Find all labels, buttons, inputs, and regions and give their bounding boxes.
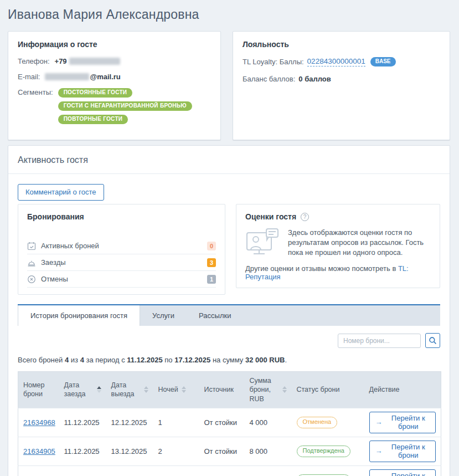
- tab[interactable]: История бронирования гостя: [18, 305, 140, 326]
- table-header-row: Номер брони Дата заезда: [18, 372, 441, 408]
- checkin-date-cell: 11.12.2025: [59, 437, 106, 465]
- tab[interactable]: Услуги: [140, 305, 187, 326]
- guest-info-title: Информация о госте: [18, 40, 211, 49]
- ratings-body: Здесь отображаются оценки гостя по резул…: [245, 228, 431, 259]
- guest-ratings-card: Оценки гостя ?: [236, 204, 440, 288]
- amount-cell: 12 000: [245, 465, 292, 476]
- phone-row: Телефон: +79: [18, 57, 211, 65]
- loyalty-points-row: TL Loyalty: Баллы: 02284300000001 BASE: [243, 57, 440, 66]
- status-badge: Подтверждена: [297, 446, 350, 457]
- phone-value: +79: [55, 57, 120, 65]
- stat-value-badge: 0: [207, 242, 216, 250]
- status-badge: Отменена: [297, 417, 338, 428]
- ratings-title-row: Оценки гостя ?: [245, 212, 431, 221]
- loyalty-program-label: TL Loyalty: Баллы:: [243, 58, 304, 66]
- segment-badge: ПОВТОРНЫЕ ГОСТИ: [58, 115, 128, 124]
- booking-search-row: [18, 333, 440, 348]
- booking-history-table: Номер брони Дата заезда: [18, 371, 441, 476]
- column-header: Номер брони: [18, 372, 59, 408]
- open-booking-button[interactable]: → Перейти к брони: [369, 412, 436, 433]
- amount-cell: 8 000: [245, 437, 292, 465]
- top-cards-row: Информация о госте Телефон: +79 E-mail: …: [8, 31, 450, 140]
- checkout-date-cell: 16.12.2025: [106, 465, 153, 476]
- source-cell: От стойки: [199, 437, 245, 465]
- column-header[interactable]: Ночей: [153, 372, 199, 408]
- sort-icon: [282, 386, 287, 393]
- stat-value-badge: 1: [207, 275, 216, 284]
- segment-list: ПОСТОЯННЫЕ ГОСТИ ГОСТИ С НЕГАРАНТИРОВАНН…: [58, 88, 192, 124]
- stats-row: Бронирования Активных броней 0 Заезды: [8, 204, 450, 295]
- guest-profile-page: Иванова Мария Александровна Информация о…: [0, 0, 459, 476]
- loyalty-card: Лояльность TL Loyalty: Баллы: 0228430000…: [233, 31, 450, 140]
- stat-value-badge: 3: [207, 258, 216, 267]
- page-title: Иванова Мария Александровна: [8, 0, 450, 31]
- booking-search-input[interactable]: [338, 334, 421, 348]
- nights-cell: 2: [153, 437, 199, 465]
- email-redacted-block: [45, 73, 89, 80]
- column-header[interactable]: Дата выезда: [106, 372, 153, 408]
- bell-icon: [27, 258, 36, 267]
- column-header: Статус брони: [292, 372, 364, 408]
- column-header[interactable]: Дата заезда: [59, 372, 106, 408]
- checkout-date-cell: 13.12.2025: [106, 437, 153, 465]
- arrow-right-icon: →: [375, 447, 383, 455]
- amount-cell: 4 000: [245, 408, 292, 437]
- booking-number-link[interactable]: 21634905: [23, 447, 55, 455]
- booking-number-link[interactable]: 21634968: [23, 418, 55, 427]
- phone-redacted-block: [69, 58, 120, 65]
- help-icon[interactable]: ?: [301, 213, 309, 221]
- open-booking-button[interactable]: → Перейти к брони: [369, 441, 436, 462]
- loyalty-title: Лояльность: [243, 40, 440, 49]
- guest-info-card: Информация о госте Телефон: +79 E-mail: …: [8, 31, 221, 140]
- bookings-summary-line: Всего броней 4 из 4 за период с 11.12.20…: [18, 356, 440, 364]
- stat-row-active-bookings: Активных броней 0: [27, 238, 216, 254]
- arrow-right-icon: →: [375, 418, 383, 426]
- stat-label: Заезды: [41, 258, 207, 267]
- sort-icon: [97, 386, 101, 393]
- loyalty-balance-row: Баланс баллов: 0 баллов: [243, 75, 440, 83]
- balance-label: Баланс баллов:: [243, 75, 295, 83]
- email-value: @mail.ru: [45, 73, 120, 81]
- balance-value: 0 баллов: [298, 75, 331, 83]
- checkin-date-cell: 11.12.2025: [59, 408, 106, 437]
- search-icon: [429, 336, 437, 345]
- comment-button-row: Комментарий о госте: [8, 174, 450, 204]
- cancel-circle-icon: [27, 275, 36, 284]
- segment-badge: ГОСТИ С НЕГАРАНТИРОВАННОЙ БРОНЬЮ: [58, 101, 192, 111]
- bookings-summary-card: Бронирования Активных броней 0 Заезды: [18, 204, 225, 295]
- tab[interactable]: Рассылки: [187, 305, 243, 326]
- column-header: Источник: [199, 372, 245, 408]
- ratings-title: Оценки гостя: [245, 212, 296, 221]
- guest-activity-card: Активность гостя Комментарий о госте Бро…: [8, 145, 450, 476]
- nights-cell: 3: [153, 465, 199, 476]
- ratings-footer: Другие оценки и отзывы можно посмотреть …: [245, 264, 431, 281]
- table-row: 21634905 11.12.2025 13.12.2025 2 От стой…: [18, 437, 441, 465]
- sort-icon: [144, 386, 148, 393]
- segments-row: Сегменты: ПОСТОЯННЫЕ ГОСТИ ГОСТИ С НЕГАР…: [18, 88, 211, 124]
- segment-badge: ПОСТОЯННЫЕ ГОСТИ: [58, 88, 133, 98]
- table-row: 21634968 11.12.2025 12.12.2025 1 От стой…: [18, 408, 441, 437]
- calendar-icon: [27, 242, 36, 250]
- tabs-bar: История бронирования гостя Услуги Рассыл…: [18, 304, 440, 326]
- loyalty-card-number-link[interactable]: 02284300000001: [307, 57, 365, 66]
- nights-cell: 1: [153, 408, 199, 437]
- segments-label: Сегменты:: [18, 88, 53, 96]
- open-booking-button[interactable]: → Перейти к брони: [369, 469, 436, 476]
- search-button[interactable]: [425, 333, 440, 348]
- column-header: Действие: [364, 372, 441, 408]
- source-cell: От стойки: [199, 465, 245, 476]
- guest-comment-button[interactable]: Комментарий о госте: [18, 184, 104, 201]
- column-header[interactable]: Сумма брони, RUB: [245, 372, 292, 408]
- source-cell: От стойки: [199, 408, 245, 437]
- stat-row-checkins: Заезды 3: [27, 254, 216, 271]
- email-row: E-mail: @mail.ru: [18, 73, 211, 81]
- checkout-date-cell: 12.12.2025: [106, 408, 153, 437]
- bookings-title: Бронирования: [27, 212, 216, 221]
- table-row: 21659078 13.12.2025 16.12.2025 3 От стой…: [18, 465, 441, 476]
- stat-label: Отмены: [41, 275, 207, 283]
- stat-label: Активных броней: [41, 242, 207, 250]
- stat-row-cancellations: Отмены 1: [27, 271, 216, 288]
- checkin-date-cell: 13.12.2025: [59, 465, 106, 476]
- survey-illustration-icon: [245, 228, 280, 259]
- email-label: E-mail:: [18, 73, 40, 81]
